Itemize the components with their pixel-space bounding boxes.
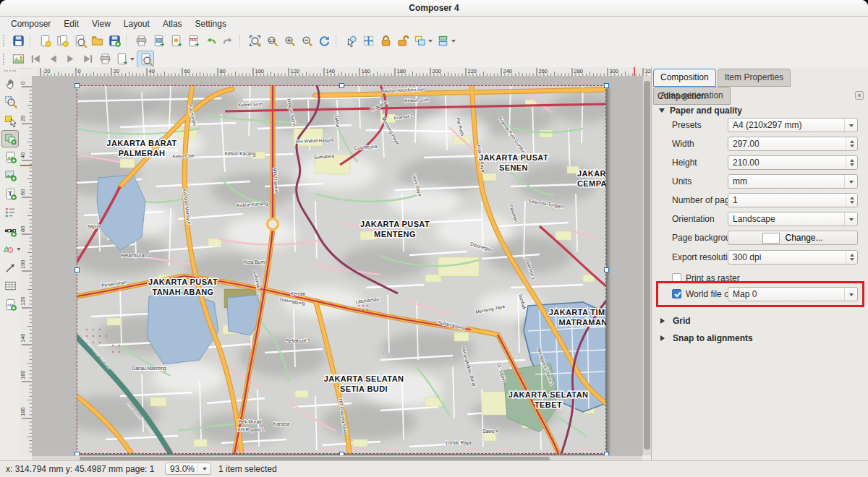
svg-text:180: 180: [397, 68, 407, 74]
zoom-full-button[interactable]: [246, 32, 263, 49]
manage-composers-icon: [73, 34, 87, 48]
add-image-button[interactable]: [1, 167, 19, 184]
vertical-scrollbar-thumb[interactable]: [644, 81, 650, 450]
units-label: Units: [672, 176, 692, 186]
atlas-last-feature-button[interactable]: [79, 51, 96, 68]
select-in-canvas-button[interactable]: [342, 32, 359, 49]
zoom-level-combo[interactable]: 93.0%: [165, 463, 211, 475]
move-item-content-tool-button[interactable]: [1, 130, 19, 147]
preview-atlas-button[interactable]: [137, 51, 154, 68]
vertical-ruler: 020406080100120140160180: [20, 76, 33, 455]
map-item[interactable]: Kebon SirihKebon SirihMedan Merdeka SelP…: [77, 85, 606, 454]
number-of-pages-spinbox[interactable]: 1: [728, 193, 858, 207]
group-items-button[interactable]: [412, 32, 435, 49]
svg-text:180: 180: [20, 407, 26, 416]
dropdown-arrow-icon: [427, 33, 433, 48]
zoom-in-icon: [283, 34, 297, 48]
atlas-first-feature-button[interactable]: [27, 51, 44, 68]
selection-handle[interactable]: [75, 452, 80, 456]
export-atlas-button[interactable]: [114, 51, 137, 68]
section-paper-and-quality[interactable]: Paper and quality: [659, 106, 742, 116]
height-spinbox[interactable]: 210.00: [728, 155, 858, 170]
street-label: Lontar Raya: [446, 440, 472, 446]
add-new-map-button[interactable]: [1, 148, 19, 166]
save-project-button[interactable]: [9, 32, 27, 49]
manage-composers-button[interactable]: [71, 32, 88, 49]
redo-button[interactable]: [219, 32, 237, 49]
atlas-settings-button[interactable]: [9, 51, 27, 68]
zoom-out-button[interactable]: [298, 32, 315, 49]
add-html-frame-button[interactable]: </>: [1, 296, 19, 313]
svg-text:120: 120: [291, 68, 300, 74]
tab-item-properties[interactable]: Item Properties: [718, 69, 791, 87]
panel-close-button[interactable]: ×: [855, 91, 864, 100]
select-move-item-tool-button[interactable]: [1, 111, 19, 129]
selection-handle[interactable]: [604, 83, 609, 88]
atlas-previous-feature-button[interactable]: [44, 51, 61, 68]
page-background-change-button[interactable]: Change...: [728, 231, 858, 245]
collapse-arrow-icon: [659, 108, 665, 116]
print-button[interactable]: [132, 32, 150, 49]
title-bar: Composer 4: [0, 0, 868, 17]
pan-tool-button[interactable]: [1, 74, 19, 92]
menu-edit[interactable]: Edit: [57, 17, 85, 30]
composition-canvas[interactable]: Kebon SirihKebon SirihMedan Merdeka SelP…: [32, 76, 642, 455]
presets-combo[interactable]: A4 (210x297 mm): [728, 118, 858, 132]
spin-arrows-icon[interactable]: [846, 137, 857, 150]
export-as-svg-button[interactable]: [167, 32, 184, 49]
street-label: Slipi 3: [88, 224, 101, 230]
add-attribute-table-button[interactable]: [1, 278, 19, 295]
selection-handle[interactable]: [339, 452, 344, 456]
spin-arrows-icon[interactable]: [846, 251, 857, 264]
export-resolution-spinbox[interactable]: 300 dpi: [728, 250, 858, 265]
menu-view[interactable]: View: [85, 17, 117, 30]
export-as-image-button[interactable]: [150, 32, 167, 49]
zoom-in-button[interactable]: [281, 32, 298, 49]
menu-atlas[interactable]: Atlas: [156, 17, 189, 30]
selection-handle[interactable]: [339, 83, 344, 88]
svg-text:260: 260: [539, 68, 548, 74]
undo-button[interactable]: [202, 32, 219, 49]
add-arrow-button[interactable]: [1, 259, 19, 276]
selection-handle[interactable]: [604, 452, 609, 456]
print-atlas-button[interactable]: [96, 51, 114, 68]
menu-layout[interactable]: Layout: [117, 17, 156, 30]
add-new-label-button[interactable]: T: [1, 185, 19, 202]
selection-handle[interactable]: [604, 267, 609, 272]
spin-arrows-icon[interactable]: [846, 194, 857, 207]
lock-selected-items-button[interactable]: [377, 32, 394, 49]
zoom-tool-button[interactable]: [1, 93, 19, 111]
add-new-scalebar-button[interactable]: [1, 222, 19, 239]
section-snap-to-alignments[interactable]: Snap to alignments: [659, 333, 753, 343]
selection-handle[interactable]: [75, 267, 80, 272]
spin-arrows-icon[interactable]: [846, 156, 857, 169]
panel-title: Composition: [658, 91, 706, 101]
pan-in-canvas-icon: [362, 34, 375, 48]
units-combo[interactable]: mm: [728, 174, 858, 189]
section-grid[interactable]: Grid: [659, 316, 691, 326]
orientation-combo[interactable]: Landscape: [728, 212, 858, 226]
street-label: Karbela: [273, 421, 290, 426]
menu-composer[interactable]: Composer: [4, 17, 57, 30]
pan-in-canvas-button[interactable]: [359, 32, 377, 49]
window-title: Composer 4: [409, 3, 459, 13]
street-label: Kebon Sirih: [404, 97, 429, 103]
zoom-tool-icon: [4, 95, 17, 108]
width-spinbox[interactable]: 297.00: [728, 137, 858, 151]
save-as-template-button[interactable]: [106, 32, 123, 49]
menu-settings[interactable]: Settings: [189, 17, 233, 30]
selection-handle[interactable]: [75, 83, 80, 88]
add-new-legend-button[interactable]: [1, 204, 19, 221]
unlock-all-items-button[interactable]: [394, 32, 412, 49]
atlas-next-feature-button[interactable]: [61, 51, 79, 68]
duplicate-composer-button[interactable]: [54, 32, 71, 49]
atlas-toolbar: [0, 50, 868, 69]
refresh-view-button[interactable]: [315, 32, 333, 49]
street-label: Kebon Sirih: [238, 101, 263, 107]
load-from-template-button[interactable]: [88, 32, 106, 49]
tab-composition[interactable]: Composition: [653, 69, 716, 87]
export-as-pdf-button[interactable]: PDF: [184, 32, 202, 49]
zoom-actual-size-button[interactable]: 1:1: [263, 32, 281, 49]
new-composer-button[interactable]: [36, 32, 54, 49]
raise-items-button[interactable]: [435, 32, 458, 49]
